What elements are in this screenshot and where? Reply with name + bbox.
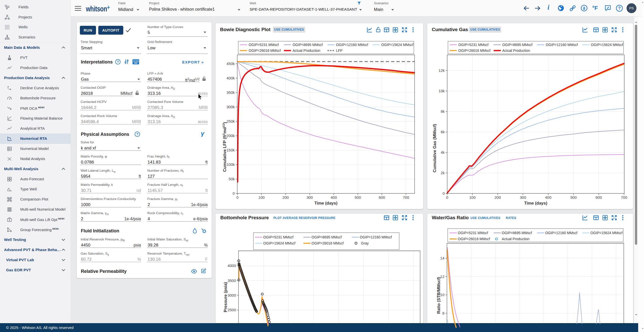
svg-text:?: ? bbox=[618, 6, 621, 11]
svg-text:?: ? bbox=[136, 132, 138, 136]
svg-text:?: ? bbox=[117, 60, 119, 64]
